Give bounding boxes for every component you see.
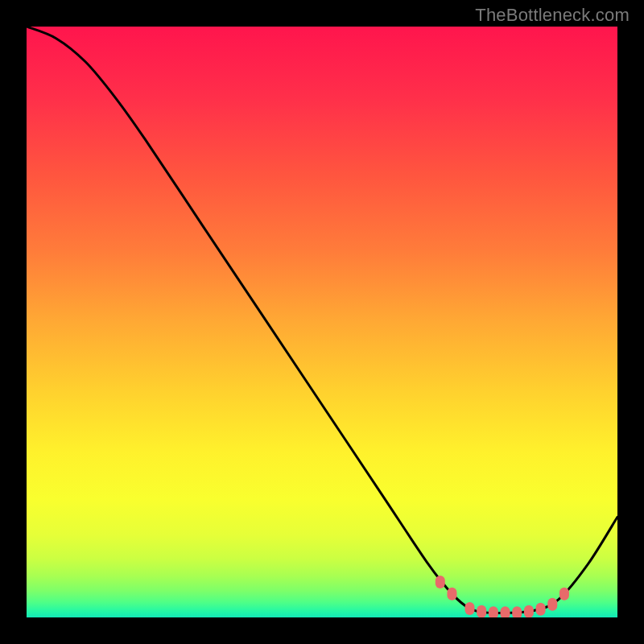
svg-rect-0 <box>27 27 617 617</box>
watermark-text: TheBottleneck.com <box>475 5 630 26</box>
gradient-background <box>27 27 617 617</box>
bottleneck-chart: TheBottleneck.com <box>0 0 644 644</box>
plot-area <box>27 27 617 617</box>
